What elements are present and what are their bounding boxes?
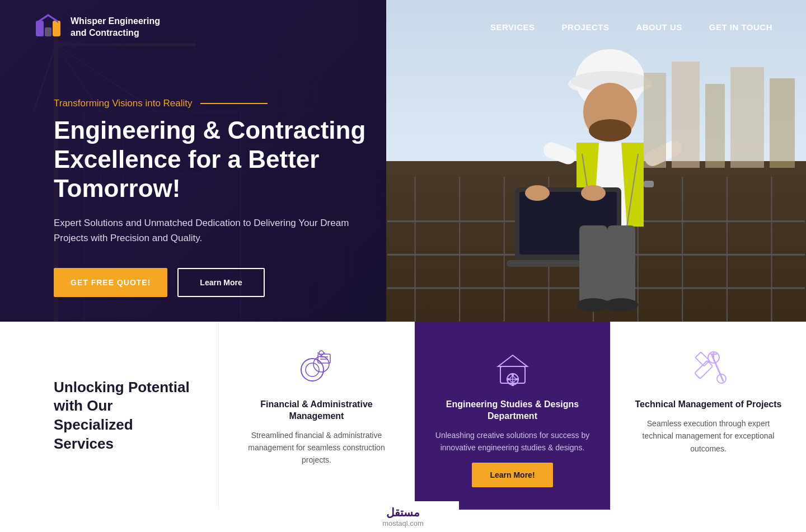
svg-point-52 — [604, 298, 638, 312]
nav-link-contact[interactable]: GET IN TOUCH — [709, 22, 772, 32]
nav-item-contact[interactable]: GET IN TOUCH — [709, 22, 772, 32]
svg-rect-57 — [730, 67, 764, 168]
learn-more-button[interactable]: Learn More — [177, 268, 264, 297]
service-card-financial: Financial & Administrative Management St… — [218, 322, 414, 510]
svg-rect-58 — [770, 78, 795, 168]
engineering-icon — [493, 349, 533, 389]
hero-section: Whisper Engineering and Contracting SERV… — [0, 0, 806, 322]
svg-rect-59 — [36, 21, 44, 36]
svg-point-63 — [301, 359, 324, 381]
svg-rect-55 — [672, 62, 700, 168]
svg-rect-50 — [607, 225, 635, 304]
services-intro: Unlocking Potential with Our Specialized… — [0, 322, 218, 510]
nav-item-about[interactable]: ABOUT US — [636, 22, 682, 32]
engineering-title: Engineering Studies & Designs Department — [435, 399, 590, 422]
nav-item-services[interactable]: SERVICES — [490, 22, 535, 32]
svg-rect-54 — [644, 73, 666, 168]
svg-point-48 — [581, 185, 606, 201]
nav-link-services[interactable]: SERVICES — [490, 22, 535, 32]
svg-rect-60 — [53, 21, 60, 36]
hero-subtitle: Expert Solutions and Unmatched Dedicatio… — [54, 215, 367, 246]
svg-point-47 — [525, 185, 550, 201]
hero-title: Engineering & Contracting Excellence for… — [54, 116, 392, 203]
logo-area: Whisper Engineering and Contracting — [34, 13, 160, 42]
svg-point-36 — [589, 119, 631, 142]
hero-buttons: GET FREE QUOTE! Learn More — [54, 268, 392, 297]
svg-rect-82 — [507, 378, 509, 380]
nav-link-projects[interactable]: PROJECTS — [562, 22, 610, 32]
engineering-desc: Unleashing creative solutions for succes… — [435, 429, 590, 454]
technical-icon — [688, 349, 729, 389]
watermark-logo: مستقل — [352, 506, 454, 510]
financial-title: Financial & Administrative Management — [239, 399, 394, 422]
svg-rect-56 — [705, 84, 725, 168]
svg-rect-81 — [512, 383, 514, 386]
svg-rect-42 — [541, 140, 578, 167]
svg-rect-80 — [512, 373, 514, 376]
service-card-technical: Technical Management of Projects Seamles… — [610, 322, 806, 510]
nav-link-about[interactable]: ABOUT US — [636, 22, 682, 32]
svg-marker-74 — [498, 355, 527, 366]
financial-icon — [297, 349, 337, 389]
tagline-text: Transforming Visions into Reality — [54, 98, 193, 109]
tagline-line — [200, 103, 268, 104]
navbar: Whisper Engineering and Contracting SERV… — [0, 0, 806, 55]
get-quote-button[interactable]: GET FREE QUOTE! — [54, 268, 167, 297]
svg-rect-83 — [516, 378, 519, 380]
svg-rect-85 — [695, 352, 709, 366]
service-card-engineering: Engineering Studies & Designs Department… — [414, 322, 610, 510]
svg-point-69 — [319, 351, 324, 355]
svg-rect-62 — [45, 27, 51, 36]
services-intro-text: Unlocking Potential with Our Specialized… — [54, 378, 196, 454]
nav-links: SERVICES PROJECTS ABOUT US GET IN TOUCH — [490, 22, 772, 32]
technical-desc: Seamless execution through expert techni… — [631, 417, 786, 455]
svg-point-64 — [306, 363, 319, 376]
services-section: Unlocking Potential with Our Specialized… — [0, 322, 806, 510]
svg-rect-53 — [644, 181, 654, 187]
brand-name: Whisper Engineering and Contracting — [71, 16, 160, 39]
hero-tagline: Transforming Visions into Reality — [54, 98, 392, 109]
logo-icon — [34, 13, 63, 42]
svg-rect-84 — [694, 361, 713, 379]
watermark: مستقل mostaql.com — [347, 501, 459, 510]
technical-title: Technical Management of Projects — [635, 399, 782, 411]
service-cards: Financial & Administrative Management St… — [218, 322, 806, 510]
engineering-learn-more-button[interactable]: Learn More! — [472, 463, 552, 487]
svg-rect-49 — [579, 225, 607, 304]
financial-desc: Streamlined financial & administrative m… — [239, 429, 394, 467]
nav-item-projects[interactable]: PROJECTS — [562, 22, 610, 32]
